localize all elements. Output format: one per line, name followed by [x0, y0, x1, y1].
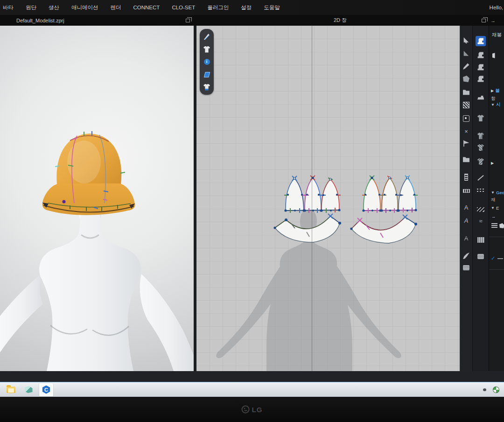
avatar-3d	[0, 26, 194, 371]
collapse-arrow-icon[interactable]: ▼	[491, 190, 495, 195]
ruler-horizontal-tool-icon[interactable]	[461, 186, 471, 196]
pleat-tool-icon[interactable]	[476, 235, 486, 245]
book-icon[interactable]	[492, 53, 498, 58]
diagonal-line-tool-icon[interactable]	[476, 173, 486, 183]
divider	[489, 269, 504, 270]
shirt-texture-tool-icon[interactable]	[476, 142, 486, 153]
viewport-2d[interactable]: i	[196, 26, 460, 371]
expand-arrow-icon[interactable]: ▶	[491, 89, 494, 93]
free-sewing-tool-icon[interactable]	[476, 50, 486, 60]
info-tool-icon[interactable]: i	[201, 56, 212, 67]
window-popout-icon[interactable]	[482, 19, 486, 22]
shirt-hem-tool-icon[interactable]	[201, 82, 212, 92]
tree-row-2[interactable]: ▼시	[491, 102, 500, 108]
dashed-lines-tool-icon[interactable]	[476, 186, 486, 196]
tree-row-3[interactable]: ▶	[491, 161, 495, 165]
pattern-toolbar: ×AAA	[460, 26, 472, 371]
tray-dot-icon[interactable]	[483, 388, 486, 391]
select-tool-icon[interactable]	[461, 35, 471, 45]
polygon-pattern-tool-icon[interactable]	[461, 87, 471, 97]
taskbar: C	[0, 382, 504, 397]
collapse-arrow-icon[interactable]: ▼	[491, 103, 495, 107]
ruler-vertical-tool-icon[interactable]	[461, 172, 471, 182]
list-icon[interactable]	[491, 223, 497, 228]
text-italic-tool-icon[interactable]: A	[461, 215, 471, 225]
shape-tool-icon[interactable]	[461, 74, 471, 84]
flag-tool-icon[interactable]	[461, 138, 471, 148]
greeting-text: Hello,	[490, 5, 504, 10]
app-bottom-strip	[0, 371, 504, 382]
collapse-arrow-icon[interactable]: →	[490, 18, 496, 23]
notebook-app-icon	[25, 386, 33, 393]
brush-tool-icon[interactable]	[461, 251, 471, 261]
menu-item-2[interactable]: 생산	[49, 4, 59, 11]
tree-row-label: 재	[491, 197, 496, 203]
text-tool-icon[interactable]: A	[461, 202, 471, 212]
tree-row-0[interactable]: ▶블	[491, 88, 500, 94]
monitor-photo: 바타원단생산애니메이션렌더CONNECTCLO-SET플러그인설정도움말Hell…	[0, 0, 504, 422]
collapse-arrow-icon[interactable]: ▼	[491, 206, 495, 210]
needle-tool-icon[interactable]	[201, 31, 212, 42]
menu-bar: 바타원단생산애니메이션렌더CONNECTCLO-SET플러그인설정도움말Hell…	[0, 0, 504, 15]
folder-shape-tool-icon[interactable]	[461, 154, 471, 164]
zigzag-tool-icon[interactable]	[476, 204, 486, 215]
detect-sewing-tool-icon[interactable]	[476, 74, 486, 84]
menu-item-9[interactable]: 도움말	[264, 4, 280, 11]
steamer-tool-icon[interactable]	[476, 251, 486, 261]
lg-logo: LG	[242, 406, 263, 414]
clo-3d-app-icon: C	[42, 386, 50, 394]
right-panel-header: 재봉	[492, 32, 502, 38]
notebook-app-taskbar-button[interactable]	[21, 383, 35, 396]
tree-row-label: E	[496, 205, 499, 211]
view-2d-titlebar: 2D 창 →	[194, 15, 504, 26]
tree-row-6[interactable]: ▼E	[491, 205, 499, 211]
fabric-icon[interactable]	[499, 223, 504, 228]
menu-item-8[interactable]: 설정	[241, 4, 252, 11]
tray-circle-icon[interactable]	[493, 387, 499, 393]
fabric-swatch-tool-icon[interactable]	[201, 69, 212, 80]
checkbox-row[interactable]: ✓	[491, 255, 503, 261]
pattern-pieces[interactable]	[196, 26, 460, 371]
segment-sewing-tool-icon[interactable]	[476, 36, 486, 46]
arrow-right-icon[interactable]: →	[491, 214, 496, 219]
mn-sewing-tool-icon[interactable]	[476, 62, 486, 72]
expand-arrow-icon[interactable]: ▶	[491, 161, 494, 165]
project-tab[interactable]: Default_Modelist.zprj	[16, 18, 64, 23]
pen-tool-icon[interactable]	[461, 61, 471, 71]
check-icon[interactable]: ✓	[491, 255, 495, 261]
tree-row-label: 시	[496, 102, 501, 108]
menu-item-3[interactable]: 애니메이션	[71, 4, 98, 11]
menu-item-4[interactable]: 렌더	[111, 4, 121, 11]
lg-brand-text: LG	[252, 406, 263, 414]
menu-item-0[interactable]: 바타	[3, 4, 14, 11]
tree-row-5[interactable]: 재	[491, 197, 496, 203]
shirt-texture2-tool-icon[interactable]	[476, 156, 486, 167]
edit-points-tool-icon[interactable]	[461, 49, 471, 59]
window-popout-icon[interactable]	[186, 19, 190, 22]
bucket-hat	[42, 131, 135, 215]
clo-3d-app-taskbar-button[interactable]: C	[39, 383, 53, 396]
tree-row-1[interactable]: 항	[491, 96, 496, 102]
notch-tool-icon[interactable]	[461, 113, 471, 124]
hatch-text-tool-icon[interactable]: A	[461, 233, 471, 243]
basket-tool-icon[interactable]	[461, 262, 471, 273]
pattern-group-right	[350, 176, 418, 243]
shirt-tool-icon[interactable]	[476, 113, 486, 123]
cross-tool-icon[interactable]: ×	[461, 126, 471, 136]
wave-tool-icon[interactable]: ≈	[476, 216, 486, 226]
viewport-3d[interactable]	[0, 26, 194, 371]
menu-item-5[interactable]: CONNECT	[133, 5, 160, 10]
hatch-rect-tool-icon[interactable]	[461, 100, 471, 110]
shirt-fold-tool-icon[interactable]	[476, 131, 486, 141]
sewing-toolbar: ≈	[472, 26, 489, 371]
tree-row-label: Geo	[496, 190, 504, 195]
file-explorer-taskbar-button[interactable]	[4, 383, 18, 396]
menu-item-1[interactable]: 원단	[26, 4, 36, 11]
menu-item-6[interactable]: CLO-SET	[172, 5, 195, 10]
divider	[489, 237, 504, 237]
menu-item-7[interactable]: 플러그인	[207, 4, 229, 11]
lg-emblem-icon	[242, 406, 250, 414]
tree-row-4[interactable]: ▼Geo	[491, 190, 504, 195]
iron-tool-icon[interactable]	[476, 92, 486, 103]
shirt-tool-icon[interactable]	[201, 44, 212, 55]
